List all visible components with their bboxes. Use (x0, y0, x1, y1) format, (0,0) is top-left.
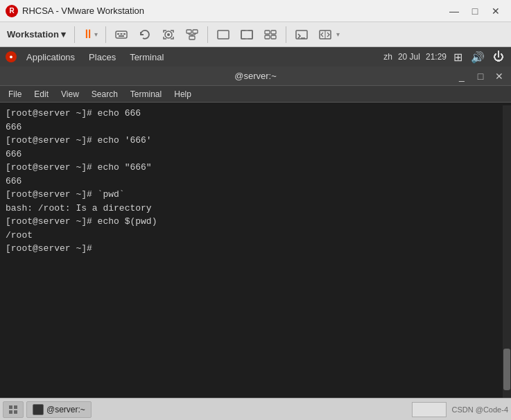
svg-rect-19 (271, 35, 276, 39)
terminal-minimize-button[interactable]: _ (453, 69, 471, 84)
svg-rect-4 (119, 35, 124, 37)
svg-rect-14 (218, 30, 229, 39)
terminal-close-button[interactable]: ✕ (490, 69, 508, 84)
task-manager-button[interactable] (3, 401, 24, 418)
window-title: RHCSA - VMware Workstation (22, 6, 444, 16)
menu-view[interactable]: View (55, 88, 85, 100)
minimize-button[interactable]: — (444, 3, 464, 19)
svg-point-6 (167, 33, 170, 36)
svg-rect-2 (120, 33, 122, 35)
terminal-taskbar-button[interactable]: @server:~ (26, 401, 92, 418)
close-button[interactable]: ✕ (486, 3, 505, 19)
volume-icon[interactable]: 🔊 (469, 49, 486, 65)
svg-rect-7 (187, 30, 191, 33)
autofit-button[interactable] (314, 25, 336, 44)
menu-help[interactable]: Help (168, 88, 197, 100)
console-button[interactable] (291, 25, 313, 44)
autofit-icon (318, 28, 332, 42)
terminal-content[interactable]: [root@server ~]# echo 666 666 [root@serv… (0, 103, 511, 398)
svg-rect-20 (296, 30, 307, 39)
toolbar-separator-3 (207, 26, 208, 43)
vmware-toolbar: Workstation ▾ ⏸ ▾ ▾ (0, 22, 511, 47)
normal-view-icon (216, 28, 230, 42)
terminal-title: @server:~ (234, 71, 277, 81)
taskbar: @server:~ CSDN @Code-4 (0, 398, 511, 420)
toolbar-separator-4 (286, 26, 286, 43)
terminal-controls: _ □ ✕ (453, 69, 508, 84)
unity-view-button[interactable] (259, 25, 282, 44)
app-icon: R (6, 5, 18, 17)
terminal-taskbar-icon (33, 404, 44, 415)
workstation-menu[interactable]: Workstation ▾ (3, 25, 70, 44)
full-screen-button[interactable] (236, 25, 258, 44)
toolbar-separator-1 (74, 26, 75, 43)
app-logo: ● (6, 51, 17, 62)
revert-icon (138, 28, 152, 42)
svg-rect-9 (189, 36, 195, 40)
toolbar-separator-2 (105, 26, 106, 43)
normal-view-button[interactable] (212, 25, 234, 44)
language-indicator: zh (383, 52, 392, 62)
terminal-maximize-button[interactable]: □ (471, 69, 490, 84)
menu-right: zh 20 Jul 21:29 ⊞ 🔊 ⏻ (383, 49, 505, 65)
menu-edit[interactable]: Edit (28, 88, 54, 100)
svg-rect-24 (9, 405, 12, 409)
svg-rect-16 (265, 30, 270, 34)
unity-icon (263, 28, 277, 42)
svg-rect-3 (123, 33, 125, 35)
send-ctrl-alt-del-button[interactable] (110, 25, 132, 44)
watermark: CSDN @Code-4 (452, 405, 508, 414)
svg-rect-15 (241, 30, 252, 39)
manage-snapshot-button[interactable] (181, 25, 203, 44)
menu-file[interactable]: File (3, 88, 27, 100)
pause-button[interactable]: ⏸ ▾ (79, 25, 101, 44)
snapshot-button[interactable] (157, 25, 180, 44)
svg-rect-27 (14, 410, 17, 414)
menu-search[interactable]: Search (86, 88, 123, 100)
title-bar: R RHCSA - VMware Workstation — □ ✕ (0, 0, 511, 22)
pause-dropdown: ▾ (94, 30, 98, 38)
date-display: 20 Jul (398, 52, 420, 62)
svg-rect-25 (14, 405, 17, 409)
scrollbar-thumb[interactable] (503, 349, 510, 390)
time-display: 21:29 (426, 52, 447, 62)
keyboard-icon (114, 28, 128, 42)
svg-rect-26 (9, 410, 12, 414)
svg-rect-18 (265, 35, 270, 39)
places-menu[interactable]: Places (83, 51, 121, 64)
menu-terminal[interactable]: Terminal (125, 88, 167, 100)
workstation-label: Workstation (7, 29, 59, 40)
applications-menu[interactable]: Applications (21, 51, 80, 64)
pause-icon: ⏸ (82, 27, 94, 42)
console-icon (295, 28, 309, 42)
terminal-titlebar: @server:~ _ □ ✕ (0, 67, 511, 86)
window-controls: — □ ✕ (444, 3, 505, 19)
revert-button[interactable] (134, 25, 156, 44)
terminal-scrollbar[interactable] (503, 105, 511, 398)
power-icon[interactable]: ⏻ (492, 49, 505, 64)
fullscreen-icon (240, 28, 254, 42)
snapshot-icon (162, 28, 175, 42)
dropdown-arrow-icon: ▾ (61, 29, 66, 40)
terminal-taskbar-label: @server:~ (46, 405, 85, 414)
manage-snapshot-icon (185, 28, 199, 42)
toolbar-dropdown-arrow[interactable]: ▾ (336, 30, 340, 38)
app-menubar: ● Applications Places Terminal zh 20 Jul… (0, 47, 511, 67)
maximize-button[interactable]: □ (465, 3, 485, 19)
svg-rect-17 (271, 30, 276, 34)
svg-rect-1 (117, 33, 119, 35)
thumbnail-area (412, 402, 447, 417)
terminal-window: @server:~ _ □ ✕ File Edit View Search Te… (0, 67, 511, 398)
terminal-menu: File Edit View Search Terminal Help (0, 86, 511, 103)
terminal-menu[interactable]: Terminal (124, 51, 169, 64)
task-icon (8, 404, 19, 415)
network-icon[interactable]: ⊞ (452, 49, 464, 65)
svg-rect-8 (193, 30, 198, 33)
